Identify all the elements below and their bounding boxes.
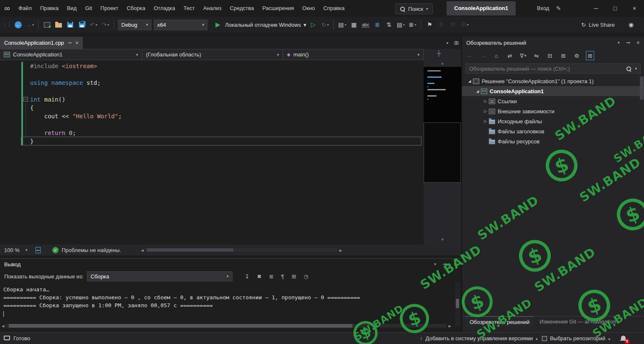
output-vertical-scrollbar[interactable] [455,283,460,327]
prev-bookmark-icon[interactable]: ⚐ [437,20,446,30]
output-horizontal-scrollbar[interactable]: ◂ ▸ [2,322,451,329]
panel-tab-git-changes[interactable]: Изменения Git — ar-navigation [535,316,620,327]
member-dropdown[interactable]: ◆ main() ▾ [283,49,424,60]
editor-scrollbar-minimap[interactable]: ▴ ▾ [424,60,461,245]
tree-item-resource-files[interactable]: Файлы ресурсов [462,136,644,146]
close-button[interactable]: × [625,0,644,17]
properties-icon[interactable]: ⚙ [572,51,581,60]
output-source-dropdown[interactable]: Сборка▾ [87,271,233,281]
output-window-position-icon[interactable]: ▾ [434,262,436,266]
word-wrap-icon[interactable]: ¶ [281,273,284,280]
toolbar-grip[interactable]: ⋮⋮ [3,22,11,28]
forward-icon[interactable]: → [479,51,487,60]
navigate-backward-code-icon[interactable]: ≣ [373,20,382,30]
close-tab-icon[interactable]: × [75,40,79,46]
sync-with-active-document-icon[interactable]: ⇄ [506,51,514,60]
document-health-icon[interactable] [36,247,41,253]
search-box[interactable]: Поиск ▾ [395,3,433,14]
compare-icon[interactable]: ⇋ [532,51,541,60]
undo-icon[interactable]: ↶▾ [89,20,98,30]
menu-Правка[interactable]: Правка [36,0,63,17]
menu-Окно[interactable]: Окно [298,0,319,17]
home-icon[interactable]: ⌂ [492,51,501,60]
collapse-all-icon[interactable]: ⊟ [546,51,554,60]
add-to-source-control-button[interactable]: ↑ Добавить в систему управления версиями… [420,335,538,341]
sign-in-button[interactable]: Вход [537,0,549,17]
start-debug-label[interactable]: Локальный отладчик Windows▾ [225,22,306,28]
start-debug-button[interactable]: ▶ [213,20,222,30]
panel-tab-solution-explorer[interactable]: Обозреватель решений [465,316,534,328]
expander-icon[interactable]: ◢ [466,79,473,83]
menu-Файл[interactable]: Файл [14,0,36,17]
redo-icon[interactable]: ↷▾ [101,20,110,30]
tree-item-dependencies[interactable]: ▷Внешние зависимости [462,106,644,116]
live-share-button[interactable]: ↻Live Share [581,22,615,28]
maximize-button[interactable]: □ [606,0,625,17]
back-icon[interactable]: ← [465,51,474,60]
bookmark-icon[interactable]: ⚑ [425,20,434,30]
scroll-right-icon[interactable]: ▸ [339,247,342,253]
indent-icon[interactable]: ⇅ [384,20,394,30]
tree-item-source-files[interactable]: ▷Исходные файлы [462,116,644,126]
close-panel-icon[interactable]: × [636,39,640,46]
menu-Анализ[interactable]: Анализ [199,0,226,17]
scroll-left-icon[interactable]: ◂ [141,247,144,253]
hot-reload-icon[interactable]: ↻▾ [320,20,330,30]
active-files-dropdown-icon[interactable]: ▾ [447,41,449,45]
scroll-to-end-icon[interactable]: ↧ [245,273,250,280]
pin-panel-icon[interactable]: ⊸ [443,261,447,267]
navigate-back-icon[interactable]: ← [13,20,23,30]
menu-Справка[interactable]: Справка [319,0,349,17]
spell-check-icon[interactable]: abc [361,20,370,30]
pin-tab-icon[interactable]: ⊸ [68,40,72,46]
menu-Тест[interactable]: Тест [179,0,199,17]
close-panel-icon[interactable]: × [454,261,457,268]
code-line-3[interactable]: using namespace std; [0,79,424,87]
menu-Git[interactable]: Git [81,0,96,17]
code-line-6[interactable]: { [0,104,424,112]
configuration-dropdown[interactable]: Debug▾ [118,20,151,30]
notifications-bell-icon[interactable]: 1 [620,335,626,341]
expander-icon[interactable]: ▷ [482,109,489,113]
tree-item-header-files[interactable]: Файлы заголовков [462,126,644,136]
timestamp-icon[interactable]: ◷ [304,273,308,280]
project-dropdown[interactable]: ConsoleApplication1 ▾ [0,49,142,60]
hscroll-thumb[interactable] [147,248,233,252]
split-window-icon[interactable]: ▦ [349,20,358,30]
scroll-right-icon[interactable]: ▸ [448,323,451,329]
zoom-dropdown[interactable]: 100 %▾ [0,247,31,253]
pending-changes-filter-icon[interactable]: ∇▾ [519,51,527,60]
line-tools-icon[interactable]: ≣▾ [408,20,417,30]
comment-icon[interactable]: ▤▾ [396,20,405,30]
select-repository-button[interactable]: Выбрать репозиторий ▴ [542,335,610,341]
scope-dropdown[interactable]: (Глобальная область) ▾ [142,49,283,60]
next-bookmark-icon[interactable]: ⚐ [448,20,457,30]
expander-icon[interactable]: ▷ [482,119,489,123]
search-caret-icon[interactable]: ▾ [426,7,428,11]
tab-consoleapplication1-cpp[interactable]: ConsoleApplication1.cpp ⊸ × [0,37,83,49]
send-feedback-icon[interactable]: ◉ [626,20,636,30]
start-without-debug-icon[interactable]: ▷ [309,20,318,30]
code-line-9[interactable]: return 0; [0,129,424,137]
menu-Сборка[interactable]: Сборка [123,0,150,17]
scroll-down-icon[interactable]: ▾ [424,237,461,242]
code-line-5[interactable]: int main() [0,95,424,104]
menu-Расширения[interactable]: Расширения [258,0,298,17]
document-outline-icon[interactable]: ▤▾ [337,20,347,30]
expander-icon[interactable]: ◢ [474,89,481,93]
hscroll-thumb[interactable] [9,324,353,328]
expander-icon[interactable]: ▷ [482,99,489,103]
feedback-pen-icon[interactable]: ✎ [556,0,561,17]
editor-horizontal-scrollbar[interactable]: ◂ ▸ [141,246,342,254]
solution-search-box[interactable]: ▾ [465,64,641,74]
platform-dropdown[interactable]: x64▾ [154,20,207,30]
code-editor[interactable]: #include <iostream> using namespace std;… [0,60,424,245]
collapse-region-icon[interactable]: − [23,97,28,102]
menu-Вид[interactable]: Вид [63,0,81,17]
code-line-4[interactable] [0,87,424,95]
minimize-button[interactable]: ─ [586,0,606,17]
tree-item-project[interactable]: ◢ConsoleApplication1 [462,86,644,96]
pin-panel-icon[interactable]: ⊸ [626,40,630,46]
window-layout-icon[interactable]: ⊞ [454,40,459,46]
code-line-1[interactable]: #include <iostream> [0,62,424,70]
